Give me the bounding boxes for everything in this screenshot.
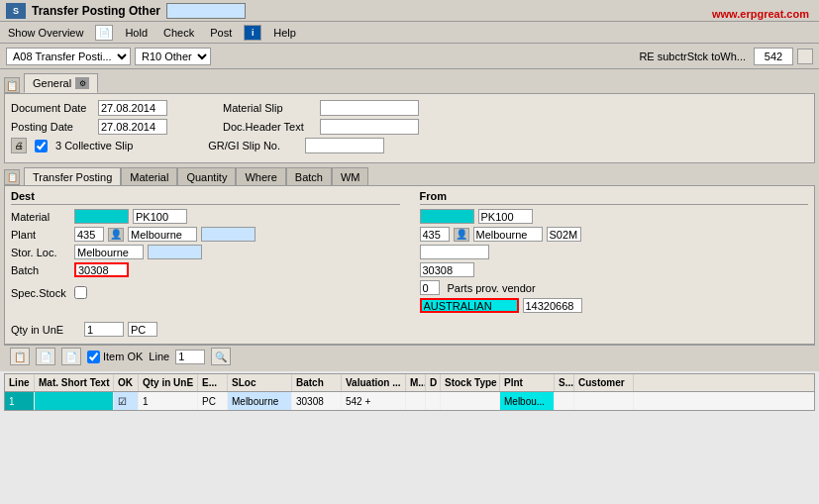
line-input[interactable] [175,350,205,364]
from-supplier-cyan-input[interactable] [420,298,519,313]
dest-plant-435-input[interactable] [74,227,104,242]
general-panel: Document Date Material Slip Posting Date… [4,93,815,163]
posting-date-input[interactable] [98,119,167,135]
form-row-collective: 🖨 3 Collective Slip GR/GI Slip No. [11,138,808,153]
col-ok: OK [114,374,139,391]
qty-in-une-label: Qty in UnE [11,324,80,336]
dest-plant-label: Plant [11,229,70,241]
tab-material[interactable]: Material [121,167,177,185]
table-header: Line Mat. Short Text OK Qty in UnE E... … [5,374,814,392]
doc-header-text-label: Doc.Header Text [223,121,312,133]
from-plant-code-input[interactable] [547,227,581,242]
from-plant-person-icon[interactable]: 👤 [454,228,469,242]
row-mat-short [35,392,114,410]
row-customer [574,392,634,410]
col-sloc: SLoc [228,374,292,391]
from-parts-prov-value-input[interactable] [420,280,440,295]
row-m [406,392,426,410]
transfer-type-dropdown[interactable]: A08 Transfer Posti... [6,48,131,65]
col-m: M... [406,374,426,391]
from-material-cyan-input[interactable] [420,209,474,224]
top-tab-bar: 📋 General ⚙ [4,73,815,93]
dest-specstock-checkbox[interactable] [74,286,87,299]
help-icon[interactable]: i [244,25,261,41]
dest-storloc-label: Stor. Loc. [11,247,70,258]
row-s [555,392,574,410]
dest-from-section: Dest Material Plant 👤 Stor. Loc. [11,190,808,316]
qty-unit-input[interactable] [128,322,157,337]
section-icon[interactable]: 📋 [4,169,20,185]
tab-batch[interactable]: Batch [286,167,332,185]
watermark: www.erpgreat.com [712,8,809,20]
window-title: Transfer Posting Other [32,4,160,18]
col-e: E... [198,374,228,391]
from-material-row [420,209,809,224]
from-plant-row: 👤 [420,227,809,242]
table-area: Line Mat. Short Text OK Qty in UnE E... … [4,373,815,411]
from-plant-melbourne-input[interactable] [473,227,543,242]
from-plant-435-input[interactable] [420,227,450,242]
dest-batch-input[interactable] [74,262,129,277]
item-ok-checkbox[interactable] [87,351,100,363]
qty-input[interactable] [84,322,124,337]
menu-help[interactable]: Help [269,25,300,41]
subctr-input[interactable] [754,48,793,65]
collective-slip-label: 3 Collective Slip [55,140,133,151]
from-supplier-code-input[interactable] [523,298,582,313]
menu-bar: Show Overview 📄 Hold Check Post i Help [0,22,819,44]
re-subctr-label: RE subctrStck toWh... [639,50,746,62]
tab-where[interactable]: Where [236,167,285,185]
action-btn-3[interactable]: 📄 [61,348,81,365]
menu-check[interactable]: Check [159,25,198,41]
grgi-slip-input[interactable] [305,138,384,153]
col-mat-short: Mat. Short Text [35,374,114,391]
subctr-search-icon[interactable] [797,49,813,64]
main-area: 📋 General ⚙ Document Date Material Slip … [0,69,819,371]
tab-transfer-posting[interactable]: Transfer Posting [24,167,121,185]
menu-post[interactable]: Post [206,25,236,41]
action-btn-2[interactable]: 📄 [36,348,55,365]
sidebar-icon[interactable]: 📋 [4,77,20,93]
from-supplier-row [420,298,809,313]
line-search-icon[interactable]: 🔍 [211,348,231,365]
form-row-docdate: Document Date Material Slip [11,100,808,116]
from-title: From [420,190,809,205]
dest-specstock-row: Spec.Stock [11,286,400,299]
dest-plant-extra-input[interactable] [201,227,256,242]
table-row: 1 ☑ 1 PC Melbourne 30308 542 + Melbou... [5,392,814,410]
material-slip-input[interactable] [320,100,419,116]
from-material-code-input[interactable] [478,209,533,224]
row-d [426,392,441,410]
title-bar-input[interactable] [166,3,246,19]
from-storloc-input[interactable] [420,245,489,259]
action-btn-1[interactable]: 📋 [10,348,30,365]
posting-date-label: Posting Date [11,121,90,133]
dest-storloc-input[interactable] [74,245,144,259]
row-qty: 1 [139,392,198,410]
dest-storloc-extra-input[interactable] [148,245,202,259]
new-doc-icon[interactable]: 📄 [95,25,113,41]
tab-quantity[interactable]: Quantity [177,167,236,185]
row-stock-type [441,392,500,410]
item-ok-label: Item OK [103,351,143,362]
collective-slip-checkbox[interactable] [35,140,48,152]
dest-material-code-input[interactable] [133,209,187,224]
dest-plant-melbourne-input[interactable] [128,227,197,242]
col-line: Line [5,374,35,391]
tab-wm[interactable]: WM [332,167,369,185]
menu-show-overview[interactable]: Show Overview [4,25,87,41]
other-dropdown[interactable]: R10 Other [135,48,211,65]
print-icon[interactable]: 🖨 [11,138,27,153]
from-col: From 👤 Par [420,190,809,316]
menu-hold[interactable]: Hold [121,25,152,41]
form-row-postdate: Posting Date Doc.Header Text [11,119,808,135]
dest-batch-label: Batch [11,264,70,276]
dest-material-cyan-input[interactable] [74,209,129,224]
tab-general[interactable]: General ⚙ [24,73,98,93]
doc-header-text-input[interactable] [320,119,419,135]
inner-tab-bar: 📋 Transfer Posting Material Quantity Whe… [4,167,815,185]
grgi-slip-label: GR/GI Slip No. [208,140,297,151]
dest-plant-person-icon[interactable]: 👤 [108,228,124,242]
from-batch-input[interactable] [420,262,474,277]
doc-date-input[interactable] [98,100,167,116]
